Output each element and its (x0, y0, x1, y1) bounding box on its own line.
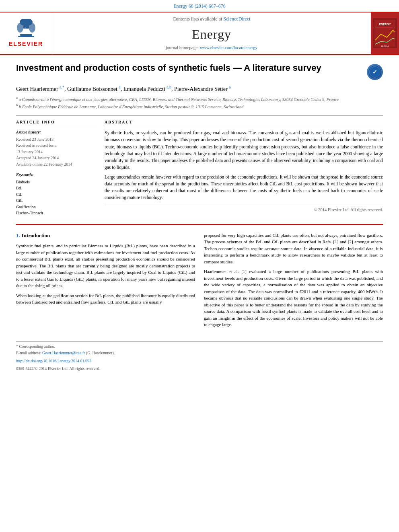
keyword-gtl: GtL (16, 198, 97, 204)
corresponding-author-note: * Corresponding author. (16, 344, 383, 350)
journal-center: Contents lists available at ScienceDirec… (52, 12, 371, 54)
section-title-text: Introduction (22, 232, 50, 238)
svg-rect-3 (20, 34, 32, 36)
keywords-section: Keywords: Biofuels BtL CtL GtL Gasificat… (16, 172, 97, 216)
article-title-text: Investment and production costs of synth… (16, 62, 367, 74)
svg-rect-2 (23, 26, 29, 29)
keyword-ft: Fischer–Tropsch (16, 210, 97, 216)
sciencedirect-link[interactable]: ScienceDirect (223, 16, 250, 22)
keyword-biofuels: Biofuels (16, 179, 97, 185)
keyword-btl: BtL (16, 185, 97, 191)
journal-name: Energy (192, 25, 231, 43)
abstract-header: ABSTRACT (105, 119, 383, 127)
authors-line: Geert Haarlemmer a,*, Guillaume Boissonn… (16, 84, 383, 93)
article-info-header: ARTICLE INFO (16, 119, 97, 127)
sciencedirect-line: Contents lists available at ScienceDirec… (173, 16, 250, 23)
article-info-col: ARTICLE INFO Article history: Received 2… (16, 119, 97, 217)
journal-homepage-link[interactable]: www.elsevier.com/locate/energy (200, 45, 257, 50)
body-left-col: 1.Introduction Synthetic fuel plants, an… (16, 232, 195, 331)
revised-date: 13 January 2014 (16, 149, 97, 155)
intro-paragraph-1: Synthetic fuel plants, and in particular… (16, 242, 195, 289)
article-info-abstract-section: ARTICLE INFO Article history: Received 2… (16, 115, 383, 217)
affiliation-b: b b École Polytechnique Fédérale de Laus… (16, 103, 383, 110)
journal-citation-link[interactable]: Energy 66 (2014) 667–676 (173, 3, 225, 9)
introduction-title: 1.Introduction (16, 232, 195, 240)
svg-point-6 (29, 23, 35, 33)
available-date: Available online 22 February 2014 (16, 162, 97, 168)
svg-text:ENERGY: ENERGY (379, 23, 391, 26)
footer-section: * Corresponding author. E-mail address: … (16, 341, 383, 372)
received-date: Received 23 June 2013 (16, 137, 97, 143)
svg-text:66 2014: 66 2014 (381, 45, 389, 47)
elsevier-logo-box: ELSEVIER (0, 12, 52, 54)
keyword-gasification: Gasification (16, 204, 97, 210)
header-section: ELSEVIER Contents lists available at Sci… (0, 12, 399, 55)
crossmark-badge[interactable]: ✓ (367, 64, 383, 80)
abstract-paragraph-2: Large uncertainties remain however with … (105, 174, 383, 201)
svg-rect-10 (375, 27, 395, 27)
abstract-text: Synthetic fuels, or synfuels, can be pro… (105, 129, 383, 201)
issn-line: 0360-5442/© 2014 Elsevier Ltd. All right… (16, 366, 383, 372)
elsevier-text-logo: ELSEVIER (9, 40, 43, 48)
journal-thumbnail: ENERGY 66 2014 (371, 12, 399, 54)
journal-homepage: journal homepage: www.elsevier.com/locat… (166, 45, 257, 51)
abstract-paragraph-1: Synthetic fuels, or synfuels, can be pro… (105, 129, 383, 171)
history-label: Article history: (16, 129, 97, 136)
main-content: Investment and production costs of synth… (0, 62, 399, 372)
affiliations: a a Commissariat à l'énergie atomique et… (16, 95, 383, 110)
accepted-date: Accepted 24 January 2014 (16, 155, 97, 161)
journal-bar: Energy 66 (2014) 667–676 (0, 0, 399, 12)
journal-cover-image: ENERGY 66 2014 (373, 18, 397, 48)
author-email-link[interactable]: Geert.Haarlemmer@cea.fr (42, 351, 85, 355)
affiliation-a: a a Commissariat à l'énergie atomique et… (16, 95, 383, 103)
abstract-col: ABSTRACT Synthetic fuels, or synfuels, c… (105, 119, 383, 217)
article-history: Article history: Received 23 June 2013 R… (16, 129, 97, 167)
article-title-row: Investment and production costs of synth… (16, 62, 383, 80)
section-divider (16, 224, 383, 225)
elsevier-tree-logo (12, 19, 40, 40)
revised-label: Received in revised form (16, 143, 97, 149)
keywords-label: Keywords: (16, 172, 97, 178)
crossmark-icon: ✓ (368, 66, 381, 78)
doi-link[interactable]: http://dx.doi.org/10.1016/j.energy.2014.… (16, 359, 91, 363)
email-note: E-mail address: Geert.Haarlemmer@cea.fr … (16, 350, 383, 356)
intro-right-paragraph-1: proposed for very high capacities and Ct… (204, 232, 383, 265)
svg-text:✓: ✓ (372, 69, 377, 75)
keyword-ctl: CtL (16, 192, 97, 198)
body-right-col: proposed for very high capacities and Ct… (204, 232, 383, 331)
intro-right-paragraph-2: Haarlemmer et al. [1] evaluated a large … (204, 268, 383, 328)
svg-point-5 (17, 23, 23, 33)
section-number: 1. (16, 232, 20, 238)
body-text-section: 1.Introduction Synthetic fuel plants, an… (16, 232, 383, 331)
svg-rect-4 (18, 36, 34, 37)
copyright-line: © 2014 Elsevier Ltd. All rights reserved… (105, 205, 383, 213)
page: Energy 66 (2014) 667–676 ELS (0, 0, 399, 532)
intro-paragraph-2: When looking at the gasification section… (16, 292, 195, 306)
